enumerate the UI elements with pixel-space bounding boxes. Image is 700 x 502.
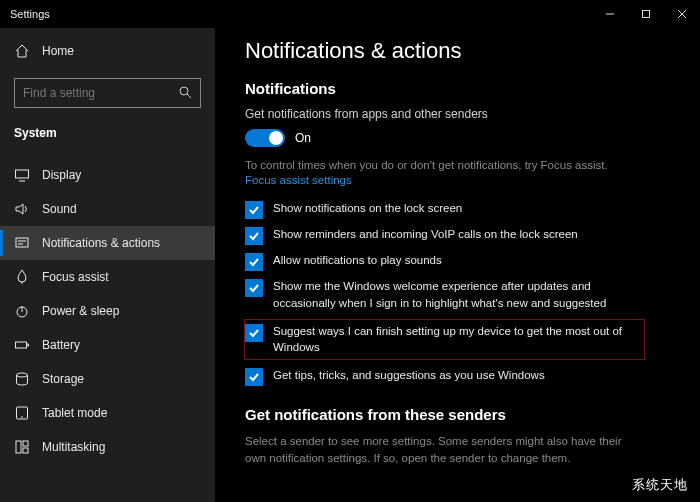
check-welcome[interactable]: Show me the Windows welcome experience a…: [245, 278, 645, 311]
checkbox-icon: [245, 324, 263, 342]
checkbox-list: Show notifications on the lock screen Sh…: [245, 200, 645, 386]
check-label: Show reminders and incoming VoIP calls o…: [273, 226, 578, 243]
check-voip[interactable]: Show reminders and incoming VoIP calls o…: [245, 226, 645, 245]
senders-desc: Select a sender to see more settings. So…: [245, 433, 645, 468]
check-lock-screen[interactable]: Show notifications on the lock screen: [245, 200, 645, 219]
notifications-icon: [14, 235, 30, 251]
tablet-icon: [14, 405, 30, 421]
sidebar-item-focus-assist[interactable]: Focus assist: [0, 260, 215, 294]
sidebar-item-sound[interactable]: Sound: [0, 192, 215, 226]
notifications-desc: Get notifications from apps and other se…: [245, 107, 700, 121]
sidebar-item-notifications[interactable]: Notifications & actions: [0, 226, 215, 260]
nav-label: Focus assist: [42, 270, 109, 284]
window-buttons: [592, 0, 700, 28]
focus-assist-icon: [14, 269, 30, 285]
sidebar: Home System Display Sound Notifications …: [0, 28, 215, 502]
content-area: Notifications & actions Notifications Ge…: [215, 28, 700, 502]
senders-heading: Get notifications from these senders: [245, 406, 700, 423]
check-setup-suggestions[interactable]: Suggest ways I can finish setting up my …: [244, 319, 645, 360]
nav-home[interactable]: Home: [0, 34, 215, 68]
page-title: Notifications & actions: [245, 38, 700, 64]
svg-rect-9: [23, 441, 28, 446]
notifications-heading: Notifications: [245, 80, 700, 97]
checkbox-icon: [245, 201, 263, 219]
svg-rect-0: [643, 11, 650, 18]
svg-point-1: [180, 87, 188, 95]
focus-assist-hint: To control times when you do or don't ge…: [245, 157, 700, 174]
close-button[interactable]: [664, 0, 700, 28]
check-sounds[interactable]: Allow notifications to play sounds: [245, 252, 645, 271]
maximize-button[interactable]: [628, 0, 664, 28]
nav-label: Battery: [42, 338, 80, 352]
check-label: Show notifications on the lock screen: [273, 200, 462, 217]
sidebar-item-multitasking[interactable]: Multitasking: [0, 430, 215, 464]
check-label: Show me the Windows welcome experience a…: [273, 278, 645, 311]
nav-label: Multitasking: [42, 440, 105, 454]
display-icon: [14, 167, 30, 183]
svg-rect-3: [16, 238, 28, 247]
nav-label: Power & sleep: [42, 304, 119, 318]
multitasking-icon: [14, 439, 30, 455]
search-icon: [178, 85, 192, 102]
battery-icon: [14, 337, 30, 353]
check-label: Suggest ways I can finish setting up my …: [273, 323, 640, 356]
power-icon: [14, 303, 30, 319]
checkbox-icon: [245, 253, 263, 271]
checkbox-icon: [245, 227, 263, 245]
nav-label: Sound: [42, 202, 77, 216]
storage-icon: [14, 371, 30, 387]
checkbox-icon: [245, 368, 263, 386]
nav-label: Tablet mode: [42, 406, 107, 420]
check-label: Allow notifications to play sounds: [273, 252, 442, 269]
nav-label: Display: [42, 168, 81, 182]
checkbox-icon: [245, 279, 263, 297]
check-label: Get tips, tricks, and suggestions as you…: [273, 367, 545, 384]
sidebar-item-display[interactable]: Display: [0, 158, 215, 192]
search-input[interactable]: [14, 78, 201, 108]
focus-assist-link[interactable]: Focus assist settings: [245, 174, 700, 186]
titlebar: Settings: [0, 0, 700, 28]
svg-rect-8: [16, 441, 21, 453]
svg-point-6: [17, 373, 28, 377]
svg-rect-2: [16, 170, 29, 178]
minimize-button[interactable]: [592, 0, 628, 28]
svg-rect-5: [16, 342, 27, 348]
sidebar-item-power-sleep[interactable]: Power & sleep: [0, 294, 215, 328]
notifications-toggle[interactable]: [245, 129, 285, 147]
nav-label: Home: [42, 44, 74, 58]
toggle-state-label: On: [295, 131, 311, 145]
watermark: 系统天地: [628, 474, 692, 496]
home-icon: [14, 43, 30, 59]
svg-rect-10: [23, 448, 28, 453]
sidebar-section-title: System: [0, 120, 215, 150]
search-field[interactable]: [23, 86, 173, 100]
sound-icon: [14, 201, 30, 217]
sidebar-item-tablet-mode[interactable]: Tablet mode: [0, 396, 215, 430]
sidebar-item-battery[interactable]: Battery: [0, 328, 215, 362]
window-title: Settings: [10, 8, 50, 20]
check-tips[interactable]: Get tips, tricks, and suggestions as you…: [245, 367, 645, 386]
nav-label: Storage: [42, 372, 84, 386]
nav-label: Notifications & actions: [42, 236, 160, 250]
sidebar-item-storage[interactable]: Storage: [0, 362, 215, 396]
